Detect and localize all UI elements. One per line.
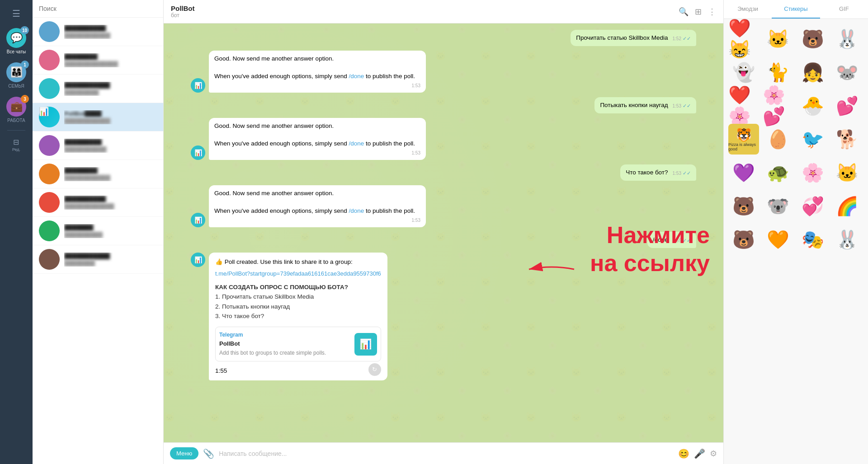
sticker-item[interactable]: 🌈 xyxy=(832,191,863,221)
message-text: Что такое бот? xyxy=(626,169,668,176)
chat-item-preview: ██████████████ xyxy=(64,61,157,67)
done-link[interactable]: /done xyxy=(349,140,364,147)
search-bar[interactable] xyxy=(33,0,163,18)
chat-main: PollBot бот 🔍 ⊞ ⋮ Прочитать статью Skill… xyxy=(164,0,723,464)
sidebar-item-work[interactable]: 💼 3 РАБОТА xyxy=(3,94,30,126)
sticker-item[interactable]: 🐈 xyxy=(763,57,793,88)
message-time: 1:55 ✓✓ xyxy=(673,237,691,244)
read-checkmarks: ✓✓ xyxy=(683,103,691,110)
chat-item-name: ██████████ xyxy=(64,196,157,202)
list-item-selected[interactable]: 📊 PollBot████ ████████████ xyxy=(33,103,163,131)
list-item[interactable]: ████████ ████████████ xyxy=(33,160,163,188)
preview-icon: 📊 xyxy=(354,333,377,356)
sidebar-edit-button[interactable]: ⊟ Ред. xyxy=(9,135,23,155)
sticker-item[interactable]: 🐭 xyxy=(832,57,863,88)
sticker-item[interactable]: 🌸 xyxy=(797,157,828,188)
sticker-item[interactable]: 🐕 xyxy=(832,124,863,155)
poll-intro: 👍 Poll created. Use this link to share i… xyxy=(215,257,381,267)
sticker-item[interactable]: 🥚 xyxy=(763,124,793,155)
message-bubble: Good. Now send me another answer option.… xyxy=(209,185,426,227)
sticker-item[interactable]: 💞 xyxy=(797,191,828,221)
sticker-item[interactable]: ❤️😸 xyxy=(728,23,759,54)
list-item[interactable]: ██████████ ████████████ xyxy=(33,18,163,46)
list-item[interactable]: ████████ ██████████████ xyxy=(33,46,163,75)
list-item[interactable]: ██████████ █████████████ xyxy=(33,188,163,217)
sticker-item[interactable]: 🧡 xyxy=(763,224,793,255)
message-input[interactable] xyxy=(219,450,674,457)
poll-option: 1. Прочитать статью Skillbox Media xyxy=(215,292,381,302)
message-row: 📊 Good. Now send me another answer optio… xyxy=(191,51,696,93)
avatar xyxy=(39,135,60,156)
menu-button[interactable]: Меню xyxy=(170,447,198,459)
sticker-item[interactable]: 🐻 xyxy=(728,191,759,221)
bot-avatar: 📊 xyxy=(191,145,205,160)
list-item[interactable]: █████████ ███████████ xyxy=(33,131,163,160)
columns-icon[interactable]: ⊞ xyxy=(695,7,702,17)
microphone-icon[interactable]: 🎤 xyxy=(694,448,705,459)
attachment-icon[interactable]: 📎 xyxy=(203,448,214,459)
sidebar-item-family[interactable]: 👨‍👩‍👧 1 СЕМЬЯ xyxy=(3,60,30,91)
sticker-item[interactable]: 🐯 Pizza is always good xyxy=(728,124,759,155)
sticker-item[interactable]: 👻 xyxy=(728,57,759,88)
avatar xyxy=(39,192,60,213)
sticker-item[interactable]: 🐱 xyxy=(832,157,863,188)
message-row: /done 1:55 ✓✓ xyxy=(191,232,696,248)
sidebar-item-all-chats[interactable]: 💬 10 Все чаты xyxy=(3,25,30,57)
avatar xyxy=(39,164,60,184)
list-item[interactable]: ███████████ █████████ xyxy=(33,75,163,103)
hamburger-menu-button[interactable]: ☰ xyxy=(9,5,24,23)
bot-avatar: 📊 xyxy=(191,78,205,93)
poll-share-link[interactable]: t.me/PollBot?startgroup=739efadaa616161c… xyxy=(215,270,381,277)
sticker-item[interactable]: 🐦 xyxy=(797,124,828,155)
settings-icon[interactable]: ⚙ xyxy=(710,449,717,459)
chat-item-name: ███████ xyxy=(64,224,157,231)
bot-avatar: 📊 xyxy=(191,213,205,227)
telegram-preview-card[interactable]: Telegram PollBot Add this bot to groups … xyxy=(215,327,381,361)
work-badge: 3 xyxy=(21,95,29,103)
chat-item-preview: █████████████ xyxy=(64,203,157,210)
preview-label: Telegram xyxy=(219,331,350,339)
all-chats-badge: 10 xyxy=(20,26,29,34)
sticker-item[interactable]: 🐰 xyxy=(832,23,863,54)
bot-avatar: 📊 xyxy=(191,253,205,267)
message-time: 1:53 xyxy=(412,83,420,89)
emoji-icon[interactable]: 😊 xyxy=(678,448,689,459)
done-link[interactable]: /done xyxy=(349,73,364,80)
chat-item-preview: ████████████ xyxy=(64,175,157,181)
tab-gif[interactable]: GIF xyxy=(820,0,868,19)
message-bubble: Прочитать статью Skillbox Media 1:52 ✓✓ xyxy=(571,30,696,46)
sticker-item[interactable]: 🐱 xyxy=(763,23,793,54)
chat-list: ██████████ ████████████ ████████ ███████… xyxy=(33,18,163,464)
sticker-item[interactable]: 🐨 xyxy=(763,191,793,221)
list-item[interactable]: ███████ ██████████ xyxy=(33,217,163,245)
sticker-item[interactable]: 👧 xyxy=(797,57,828,88)
poll-option: 3. Что такое бот? xyxy=(215,311,381,321)
list-item[interactable]: ███████████ ████████ xyxy=(33,245,163,274)
sticker-item[interactable]: 🎭 xyxy=(797,224,828,255)
sticker-item[interactable]: 🐰 xyxy=(832,224,863,255)
chat-item-name: █████████ xyxy=(64,139,157,145)
read-checkmarks: ✓✓ xyxy=(683,170,691,177)
sticker-item[interactable]: 💕 xyxy=(832,90,863,121)
avatar xyxy=(39,220,60,241)
done-link[interactable]: /done xyxy=(349,207,364,214)
stickers-panel: Эмодзи Стикеры GIF ❤️😸 🐱 🐻 🐰 👻 🐈 👧 🐭 ❤️🌸… xyxy=(723,0,868,464)
tab-emoji[interactable]: Эмодзи xyxy=(724,0,772,19)
sticker-item[interactable]: 🐻 xyxy=(728,224,759,255)
search-icon[interactable]: 🔍 xyxy=(679,7,689,17)
tab-stickers[interactable]: Стикеры xyxy=(772,0,820,19)
sticker-item[interactable]: 🐣 xyxy=(797,90,828,121)
sticker-item[interactable]: 🐢 xyxy=(763,157,793,188)
chat-name: PollBot xyxy=(171,5,195,12)
search-input[interactable] xyxy=(39,5,157,12)
forward-button[interactable]: ↻ xyxy=(368,363,381,376)
sticker-item[interactable]: 🌸💕 xyxy=(763,90,793,121)
message-time: 1:52 ✓✓ xyxy=(673,35,691,42)
poll-time: 1:55 xyxy=(215,366,227,376)
sticker-item[interactable]: ❤️🌸 xyxy=(728,90,759,121)
sticker-item[interactable]: 🐻 xyxy=(797,23,828,54)
avatar: 📊 xyxy=(39,107,60,127)
sticker-item[interactable]: 💜 xyxy=(728,157,759,188)
chat-item-name: ████████ xyxy=(64,167,157,174)
more-options-icon[interactable]: ⋮ xyxy=(708,7,716,17)
